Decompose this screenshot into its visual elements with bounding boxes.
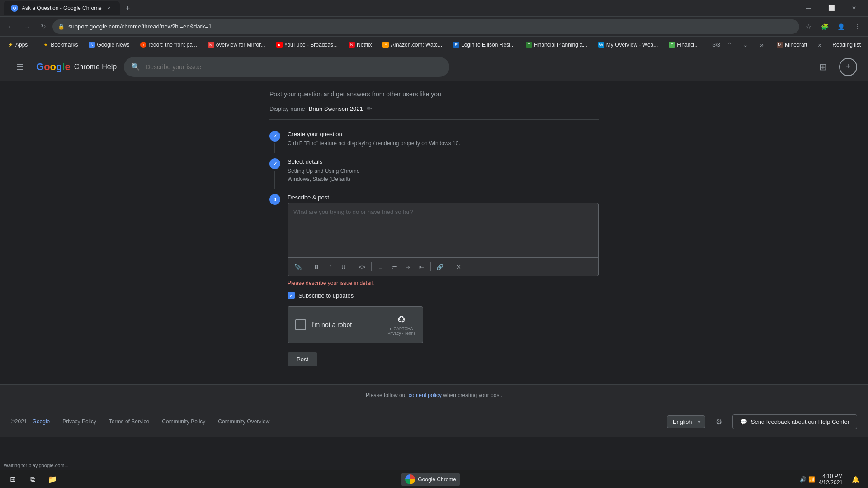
file-explorer-button[interactable]: 📁 [43, 471, 61, 488]
toolbar-divider-3 [371, 262, 372, 271]
recaptcha-brand: reCAPTCHA [390, 327, 413, 331]
clock-time: 4:10 PM [819, 473, 843, 479]
more-menu-icon[interactable]: ⋮ [850, 19, 864, 34]
footer-community-policy-link[interactable]: Community Policy [162, 418, 205, 425]
mirror-icon: M [208, 42, 214, 48]
bookmark-reddit[interactable]: r reddit: the front pa... [137, 40, 200, 50]
task-view-icon: ⧉ [30, 475, 35, 483]
reload-button[interactable]: ↻ [36, 19, 51, 34]
bookmark-bookmarks-label: Bookmarks [51, 42, 78, 48]
new-tab-button[interactable]: + [122, 2, 134, 14]
back-button[interactable]: ← [4, 19, 18, 34]
address-bar: ← → ↻ 🔒 support.google.com/chrome/thread… [0, 16, 868, 36]
edit-display-name-icon[interactable]: ✏ [367, 105, 372, 112]
bookmarks-more-icon[interactable]: » [755, 38, 769, 52]
task-view-button[interactable]: ⧉ [24, 471, 42, 488]
underline-button[interactable]: U [337, 261, 350, 273]
search-input[interactable] [146, 63, 442, 71]
language-select[interactable]: English [667, 415, 705, 428]
clear-format-button[interactable]: ✕ [452, 261, 465, 273]
subscribe-checkbox[interactable]: ✓ [288, 292, 295, 299]
next-page-icon[interactable]: ⌄ [738, 38, 753, 52]
footer-google-link[interactable]: Google [33, 418, 50, 425]
maximize-button[interactable]: ⬜ [821, 1, 842, 15]
product-name: Chrome Help [74, 63, 117, 71]
status-text: Waiting for play.google.com... [4, 463, 69, 468]
footer-tos-link[interactable]: Terms of Service [109, 418, 149, 425]
italic-button[interactable]: I [324, 261, 336, 273]
bookmark-financial[interactable]: F Financial Planning a... [522, 40, 591, 50]
outdent-button[interactable]: ⇤ [415, 261, 428, 273]
hamburger-menu-icon[interactable]: ☰ [11, 58, 29, 76]
minimize-button[interactable]: — [798, 1, 819, 15]
taskbar: ⊞ ⧉ 📁 Google Chrome 🔊 📶 4:10 PM 4/12/202… [0, 470, 868, 488]
recaptcha-checkbox[interactable] [295, 319, 306, 330]
code-button[interactable]: <> [356, 261, 368, 273]
taskbar-start: ⊞ ⧉ 📁 [4, 471, 61, 488]
footer-community-overview-link[interactable]: Community Overview [218, 418, 269, 425]
tab-close-btn[interactable]: ✕ [105, 5, 113, 12]
step-1-circle: ✓ [269, 131, 280, 142]
step-2-detail-line1: Setting Up and Using Chrome [288, 167, 599, 175]
step-3: 3 Describe & post What are you trying to… [269, 194, 599, 366]
footer-divider-2: - [102, 418, 104, 425]
bookmark-weather[interactable]: W My Overview - Wea... [594, 40, 661, 50]
bookmark-youtube-label: YouTube - Broadcas... [284, 42, 338, 48]
browser-actions: ☆ 🧩 👤 ⋮ [801, 19, 864, 34]
bookmark-apps-label: Apps [15, 42, 28, 48]
extensions-icon[interactable]: 🧩 [817, 19, 832, 34]
indent-button[interactable]: ⇥ [401, 261, 414, 273]
bookmark-youtube[interactable]: ▶ YouTube - Broadcas... [273, 40, 342, 50]
bookmark-reading-list[interactable]: Reading list [829, 40, 864, 50]
chrome-taskbar-item[interactable]: Google Chrome [401, 473, 460, 486]
display-name-label: Display name [269, 105, 305, 112]
reddit-icon: r [140, 42, 146, 48]
tab-title: Ask a Question - Google Chrome [22, 5, 102, 11]
close-button[interactable]: ✕ [844, 1, 864, 15]
bookmark-amazon[interactable]: A Amazon.com: Watc... [379, 40, 446, 50]
attach-icon[interactable]: 📎 [292, 261, 304, 273]
prev-page-icon[interactable]: ⌃ [722, 38, 736, 52]
recaptcha-privacy-terms: Privacy - Terms [387, 331, 415, 336]
content-wrapper: Post your question and get answers from … [262, 81, 606, 384]
link-button[interactable]: 🔗 [434, 261, 446, 273]
profile-icon[interactable]: 👤 [834, 19, 848, 34]
footer-divider-3: - [155, 418, 156, 425]
bookmarks-end: 3/3 ⌃ ⌄ » M Minecraft » Reading list [712, 38, 864, 52]
url-bar[interactable]: 🔒 support.google.com/chrome/thread/new?h… [52, 19, 799, 34]
content-policy-link[interactable]: content policy [409, 392, 442, 398]
bookmark-netflix[interactable]: N Netflix [345, 40, 375, 50]
footer-privacy-link[interactable]: Privacy Policy [62, 418, 96, 425]
settings-icon-button[interactable]: ⚙ [711, 413, 727, 430]
bookmark-minecraft[interactable]: M Minecraft [773, 40, 811, 50]
more-bookmarks-icon[interactable]: » [812, 38, 827, 52]
account-crosshair-icon[interactable] [839, 58, 857, 76]
active-tab[interactable]: Q Ask a Question - Google Chrome ✕ [4, 1, 120, 15]
search-bar[interactable]: 🔍 [124, 57, 449, 77]
bookmark-financi2[interactable]: F Financi... [665, 40, 703, 50]
editor-toolbar: 📎 B I U <> ≡ ≔ ⇥ [288, 257, 598, 276]
system-tray: 🔊 📶 [800, 476, 815, 483]
bold-button[interactable]: B [310, 261, 323, 273]
text-editor: What are you trying to do or have tried … [288, 203, 599, 276]
language-selector-wrapper: English ▼ [667, 415, 705, 428]
bookmark-apps[interactable]: ⚡ Apps [4, 40, 31, 50]
step-3-content: Describe & post What are you trying to d… [288, 194, 599, 366]
start-button[interactable]: ⊞ [4, 471, 22, 488]
step-1-title: Create your question [288, 131, 599, 137]
send-feedback-button[interactable]: 💬 Send feedback about our Help Center [732, 414, 857, 429]
page-content: ☰ Google Chrome Help 🔍 ⊞ Post your quest… [0, 52, 868, 461]
forward-button[interactable]: → [20, 19, 34, 34]
notification-button[interactable]: 🔔 [846, 471, 864, 488]
bookmarks-star-icon[interactable]: ☆ [801, 19, 816, 34]
post-button[interactable]: Post [288, 352, 317, 366]
editor-textarea[interactable]: What are you trying to do or have tried … [288, 203, 598, 257]
google-apps-grid-icon[interactable]: ⊞ [814, 58, 832, 76]
content-policy-bar: Please follow our content policy when cr… [0, 384, 868, 406]
ordered-list-button[interactable]: ≔ [388, 261, 401, 273]
bookmark-ellison[interactable]: E Login to Ellison Resi... [449, 40, 519, 50]
bookmark-google-news[interactable]: N Google News [85, 40, 133, 50]
bookmark-mirror[interactable]: M overview for Mirror... [204, 40, 269, 50]
bullet-list-button[interactable]: ≡ [374, 261, 387, 273]
bookmark-bookmarks[interactable]: ★ Bookmarks [39, 40, 81, 50]
